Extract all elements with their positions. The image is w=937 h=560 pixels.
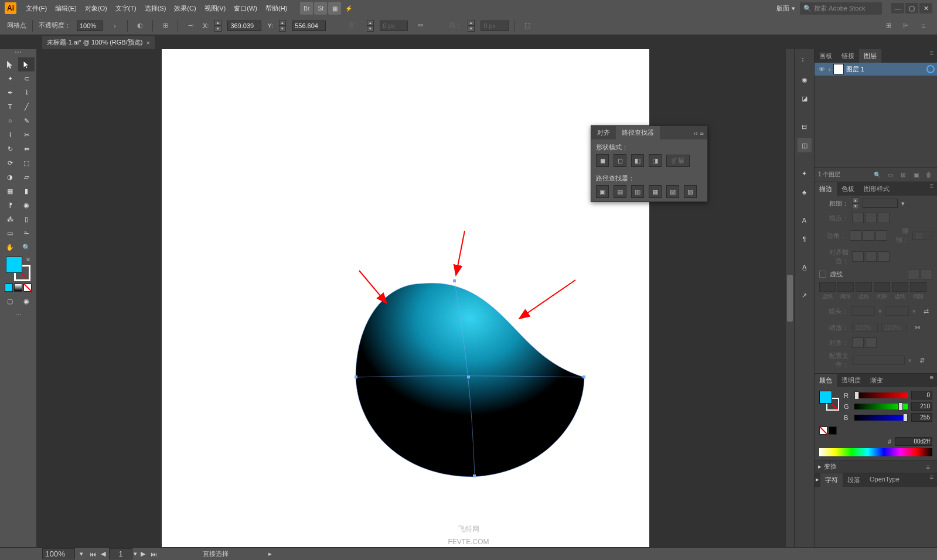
minimize-button[interactable]: — <box>891 3 904 13</box>
gradient-mode-icon[interactable] <box>14 284 22 292</box>
reflect-tool[interactable]: ⇔ <box>18 142 35 156</box>
perspective-tool[interactable]: ▱ <box>18 170 35 184</box>
swatches-tab[interactable]: 色板 <box>837 182 859 196</box>
prev-artboard-button[interactable]: ◀ <box>98 549 108 559</box>
layer-row[interactable]: 👁 › 图层 1 <box>815 63 937 76</box>
locate-object-icon[interactable]: 🔍 <box>873 170 882 179</box>
menu-window[interactable]: 窗口(W) <box>230 2 261 15</box>
char-menu-icon[interactable]: ≡ <box>926 473 937 487</box>
g-slider[interactable] <box>854 404 908 409</box>
type-tool[interactable]: T <box>2 100 18 114</box>
color-spectrum[interactable] <box>819 448 932 456</box>
bridge-icon[interactable]: Br <box>300 2 313 15</box>
stock-icon[interactable]: St <box>314 2 327 15</box>
scrollbar-thumb[interactable] <box>787 275 793 322</box>
layers-menu-icon[interactable]: ≡ <box>926 49 937 63</box>
paragraph-tab[interactable]: 段落 <box>843 473 865 487</box>
b-slider[interactable] <box>854 415 908 421</box>
edit-toolbar-icon[interactable]: ⋯ <box>10 308 26 322</box>
screen-mode-icon[interactable]: ▢ <box>2 294 18 308</box>
none-swatch[interactable] <box>819 426 827 435</box>
black-swatch[interactable] <box>829 426 837 435</box>
search-stock[interactable]: 🔍 搜索 Adobe Stock <box>800 2 882 15</box>
selection-tool[interactable] <box>2 57 18 71</box>
direct-selection-tool[interactable] <box>18 57 35 71</box>
minus-front-button[interactable]: ◻ <box>614 154 626 167</box>
weight-spinner[interactable]: ▴▾ <box>852 197 859 209</box>
glyphs-dock-icon[interactable]: A̲ <box>798 260 812 274</box>
layer-name[interactable]: 图层 1 <box>846 65 864 74</box>
new-layer-icon[interactable]: ▣ <box>911 170 921 179</box>
color-mode-icon[interactable] <box>5 284 13 292</box>
x-spinner[interactable]: ▴▾ <box>214 20 222 32</box>
grid-icon[interactable]: ⊞ <box>882 19 895 32</box>
maximize-button[interactable]: ▢ <box>905 3 918 13</box>
color-tab[interactable]: 颜色 <box>815 374 837 387</box>
none-mode-icon[interactable] <box>23 284 32 292</box>
intersect-button[interactable]: ◧ <box>631 154 644 167</box>
delete-layer-icon[interactable]: 🗑 <box>924 170 933 179</box>
stroke-menu-icon[interactable]: ≡ <box>926 182 937 196</box>
transform-menu-icon[interactable]: ≡ <box>923 463 933 470</box>
expand-arrow-icon[interactable]: › <box>829 66 831 73</box>
swatches-dock-icon[interactable]: ♣ <box>798 185 812 199</box>
new-sublayer-icon[interactable]: ⊞ <box>898 170 908 179</box>
r-input[interactable] <box>911 391 932 399</box>
gradient-tab[interactable]: 渐变 <box>866 374 888 387</box>
outline-button[interactable]: ▧ <box>666 185 679 198</box>
gpu-icon[interactable]: ⚡ <box>342 2 355 15</box>
color-menu-icon[interactable]: ≡ <box>926 374 937 387</box>
isolate-icon[interactable]: ⬚ <box>521 19 534 32</box>
y-input[interactable] <box>292 21 326 31</box>
menu-view[interactable]: 视图(V) <box>201 2 230 15</box>
unite-button[interactable]: ◼ <box>596 154 609 167</box>
graphic-styles-tab[interactable]: 图形样式 <box>859 182 894 196</box>
crop-button[interactable]: ▦ <box>649 185 662 198</box>
align-icon[interactable]: ⊞ <box>159 19 172 32</box>
char-dock-icon[interactable]: A <box>798 213 812 227</box>
color-fill-swatch[interactable] <box>819 391 832 404</box>
close-button[interactable]: ✕ <box>919 3 932 13</box>
trim-button[interactable]: ▤ <box>614 185 626 198</box>
blend-tool[interactable]: ◉ <box>18 198 35 212</box>
free-transform-tool[interactable]: ⬚ <box>18 156 35 170</box>
shape-builder-tool[interactable]: ◑ <box>2 170 18 184</box>
first-artboard-button[interactable]: ⏮ <box>88 549 97 559</box>
tab-close-icon[interactable]: × <box>146 39 149 46</box>
exclude-button[interactable]: ◨ <box>649 154 662 167</box>
rotate-tool[interactable]: ↻ <box>2 142 18 156</box>
symbol-sprayer-tool[interactable]: ⁂ <box>2 212 18 226</box>
target-icon[interactable] <box>926 65 935 73</box>
arrange-docs-icon[interactable]: ▦ <box>328 2 341 15</box>
minus-back-button[interactable]: ▨ <box>684 185 697 198</box>
layers-tab[interactable]: 图层 <box>859 49 881 63</box>
x-input[interactable] <box>227 21 261 31</box>
pathfinder-tab[interactable]: 路径查找器 <box>616 126 660 139</box>
align-tab[interactable]: 对齐 <box>591 126 616 139</box>
slice-tool[interactable]: ✁ <box>18 226 35 240</box>
divide-button[interactable]: ▣ <box>596 185 609 198</box>
gradient-tool[interactable]: ▮ <box>18 184 35 198</box>
brushes-dock-icon[interactable]: ⊟ <box>798 119 812 134</box>
hex-input[interactable] <box>895 437 932 446</box>
weight-dropdown-icon[interactable]: ▾ <box>901 200 905 207</box>
vertical-scrollbar[interactable] <box>786 49 794 547</box>
export-dock-icon[interactable]: ↗ <box>798 288 812 302</box>
artboard-tool[interactable]: ▭ <box>2 226 18 240</box>
para-dock-icon[interactable]: ¶ <box>798 232 812 246</box>
fill-swatch[interactable] <box>6 257 22 273</box>
width-tool[interactable]: ⟳ <box>2 156 18 170</box>
next-artboard-button[interactable]: ▶ <box>138 549 148 559</box>
menu-help[interactable]: 帮助(H) <box>262 2 291 15</box>
scissors-tool[interactable]: ✂ <box>18 128 35 142</box>
draw-mode-icon[interactable]: ◉ <box>18 294 35 308</box>
pathfinder-dock-icon[interactable]: ◫ <box>798 138 812 152</box>
magic-wand-tool[interactable]: ✦ <box>2 71 18 86</box>
mesh-tool[interactable]: ▦ <box>2 184 18 198</box>
hand-tool[interactable]: ✋ <box>2 240 18 254</box>
swap-fill-stroke-icon[interactable]: ⤭ <box>26 257 30 262</box>
paintbrush-tool[interactable]: ✎ <box>18 114 35 128</box>
opacity-dropdown-icon[interactable]: › <box>108 19 121 32</box>
g-input[interactable] <box>911 402 932 411</box>
properties-dock-icon[interactable]: ◉ <box>798 73 812 87</box>
